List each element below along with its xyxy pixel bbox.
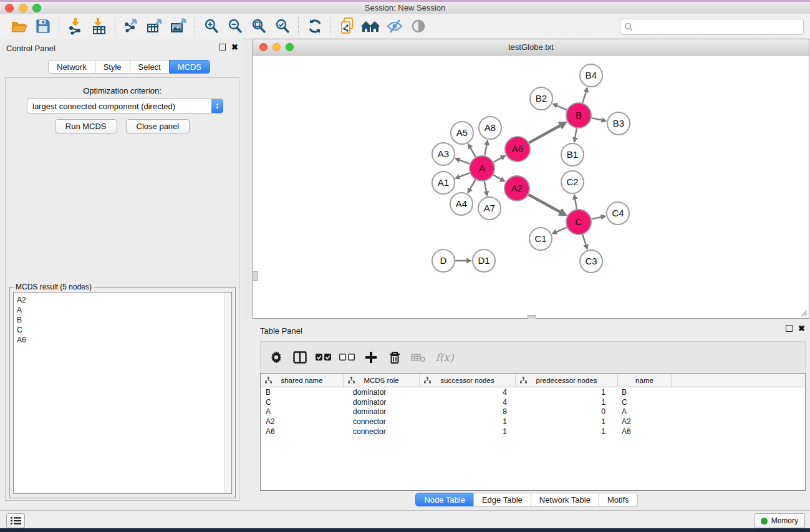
show-graphics-details-icon[interactable]: [407, 16, 430, 36]
graph-node-A2[interactable]: A2: [504, 176, 529, 201]
tab-motifs[interactable]: Motifs: [599, 493, 638, 506]
window-resize-grip[interactable]: [800, 309, 808, 317]
show-columns-icon[interactable]: [288, 346, 312, 369]
float-table-panel-icon[interactable]: [786, 325, 793, 332]
column-header-shared-name[interactable]: shared name: [261, 374, 344, 387]
edge-A6-B[interactable]: [529, 125, 561, 143]
close-panel-button[interactable]: Close panel: [126, 119, 190, 133]
delete-columns-icon[interactable]: [383, 346, 407, 369]
graph-node-C4[interactable]: C4: [607, 202, 629, 225]
network-close-button[interactable]: [259, 43, 268, 51]
column-header-MCDS-role[interactable]: MCDS role: [344, 374, 420, 387]
cell-successor-nodes[interactable]: 4: [420, 388, 516, 397]
graph-node-C3[interactable]: C3: [580, 250, 602, 273]
tab-network[interactable]: Network: [48, 60, 95, 74]
copy-network-style-icon[interactable]: [335, 16, 359, 36]
zoom-in-icon[interactable]: [200, 16, 223, 36]
edge-A-A6[interactable]: [493, 158, 501, 162]
edge-A-A4[interactable]: [470, 180, 476, 189]
column-header-successor-nodes[interactable]: successor nodes: [420, 374, 516, 387]
edge-B-B4[interactable]: [582, 92, 586, 103]
memory-button[interactable]: Memory: [754, 513, 805, 528]
cell-shared-name[interactable]: C: [261, 398, 344, 407]
home-icon[interactable]: [359, 16, 383, 36]
network-window-titlebar[interactable]: testGlobe.txt: [253, 39, 809, 56]
edge-B-B2[interactable]: [557, 105, 567, 110]
graph-node-A1[interactable]: A1: [432, 172, 455, 194]
cell-MCDS-role[interactable]: dominator: [344, 388, 420, 397]
graph-node-A3[interactable]: A3: [432, 143, 455, 165]
table-row[interactable]: Bdominator41B: [261, 387, 805, 397]
cell-predecessor-nodes[interactable]: 0: [516, 407, 618, 416]
graph-node-C1[interactable]: C1: [529, 228, 552, 250]
create-column-icon[interactable]: [359, 346, 383, 369]
cell-shared-name[interactable]: B: [261, 388, 344, 397]
graph-node-D[interactable]: D: [432, 249, 455, 272]
cell-successor-nodes[interactable]: 4: [420, 398, 516, 407]
result-item[interactable]: A6: [14, 335, 231, 345]
zoom-selected-icon[interactable]: [271, 16, 294, 36]
edge-C-C4[interactable]: [591, 217, 601, 220]
edge-A2-C[interactable]: [528, 195, 561, 212]
cell-predecessor-nodes[interactable]: 1: [516, 388, 618, 397]
tab-node-table[interactable]: Node Table: [415, 493, 474, 506]
edge-A-A7[interactable]: [485, 181, 486, 192]
zoom-window-button[interactable]: [32, 4, 41, 12]
close-panel-icon[interactable]: ✖: [231, 44, 238, 51]
graph-node-B1[interactable]: B1: [561, 143, 584, 166]
table-mode-gear-icon[interactable]: [264, 346, 288, 369]
cell-predecessor-nodes[interactable]: 1: [516, 417, 618, 426]
graph-node-A7[interactable]: A7: [478, 197, 501, 220]
edge-B-B3[interactable]: [592, 118, 602, 120]
graph-node-B4[interactable]: B4: [580, 64, 602, 87]
edge-A-A3[interactable]: [459, 160, 470, 163]
tab-edge-table[interactable]: Edge Table: [473, 493, 531, 506]
tab-network-table[interactable]: Network Table: [531, 493, 599, 506]
graph-node-A5[interactable]: A5: [451, 122, 473, 144]
graph-node-A4[interactable]: A4: [450, 193, 473, 215]
cell-predecessor-nodes[interactable]: 1: [516, 398, 618, 407]
table-row[interactable]: A6connector11A6: [261, 427, 805, 437]
table-row[interactable]: A2connector11A2: [261, 417, 805, 427]
cell-name[interactable]: B: [618, 388, 672, 397]
tab-style[interactable]: Style: [95, 60, 130, 74]
close-table-panel-icon[interactable]: ✖: [798, 325, 805, 332]
zoom-out-icon[interactable]: [223, 16, 247, 36]
table-row[interactable]: Adominator80A: [261, 407, 805, 417]
optimization-criterion-dropdown[interactable]: largest connected component (directed) ▲…: [27, 99, 223, 114]
export-network-icon[interactable]: [120, 16, 143, 36]
graph-node-C2[interactable]: C2: [561, 171, 584, 193]
result-item[interactable]: A: [14, 305, 231, 315]
cell-shared-name[interactable]: A6: [261, 427, 344, 436]
cell-name[interactable]: C: [618, 398, 672, 407]
refresh-icon[interactable]: [303, 16, 327, 36]
cell-successor-nodes[interactable]: 1: [420, 417, 516, 426]
import-network-icon[interactable]: [64, 16, 87, 36]
graph-node-B[interactable]: B: [566, 103, 591, 128]
edge-A-A8[interactable]: [485, 144, 487, 155]
select-all-columns-icon[interactable]: [312, 346, 335, 369]
edge-B-B1[interactable]: [575, 128, 576, 138]
edge-C-C2[interactable]: [575, 199, 577, 210]
mcds-result-list[interactable]: A2ABCA6: [13, 292, 232, 494]
network-minimize-button[interactable]: [272, 43, 281, 51]
edge-C-C1[interactable]: [556, 227, 567, 232]
task-history-button[interactable]: [6, 513, 25, 528]
hide-graphics-details-icon[interactable]: [383, 16, 407, 36]
graph-node-A6[interactable]: A6: [505, 137, 530, 162]
cell-MCDS-role[interactable]: dominator: [344, 398, 420, 407]
zoom-fit-icon[interactable]: [247, 16, 271, 36]
cell-name[interactable]: A2: [618, 417, 672, 426]
tab-select[interactable]: Select: [130, 60, 170, 74]
cell-name[interactable]: A6: [618, 427, 672, 436]
cell-shared-name[interactable]: A: [261, 407, 344, 416]
edge-A-A1[interactable]: [459, 173, 470, 177]
result-item[interactable]: A2: [14, 295, 231, 305]
graph-node-C[interactable]: C: [566, 210, 591, 235]
edge-A-A5[interactable]: [470, 148, 476, 157]
cell-successor-nodes[interactable]: 8: [420, 407, 516, 416]
column-header-predecessor-nodes[interactable]: predecessor nodes: [516, 374, 618, 387]
network-canvas[interactable]: B4B2BB3A8A5A6A3B1AA1C2A2A4A7C4CC1DD1C3: [253, 56, 809, 318]
edge-A-A2[interactable]: [493, 175, 501, 179]
graph-node-B3[interactable]: B3: [607, 112, 630, 135]
